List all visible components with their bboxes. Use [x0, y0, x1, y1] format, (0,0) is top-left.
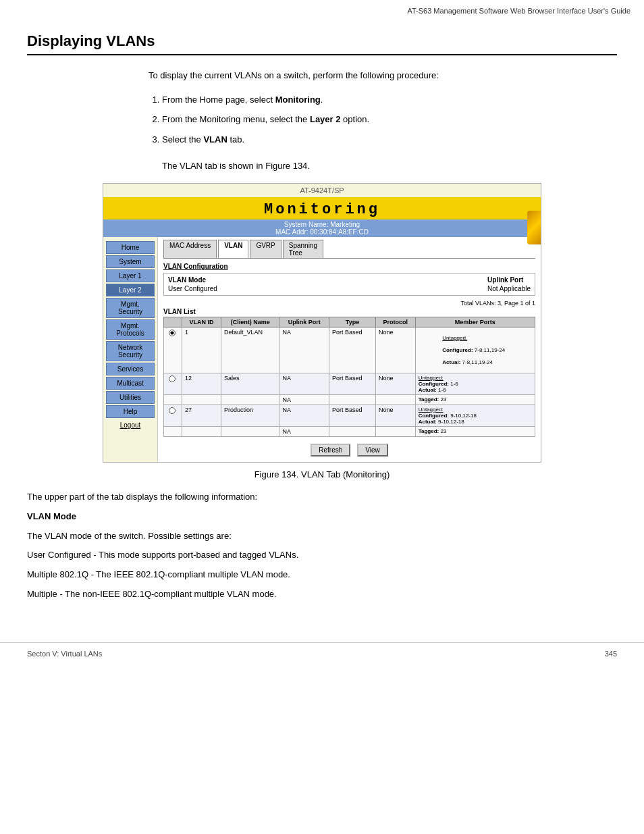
row-radio-empty: [164, 395, 182, 405]
monitoring-banner: Monitoring: [103, 197, 541, 219]
step-1: From the Home page, select Monitoring.: [162, 93, 617, 107]
row-uplink-port: NA: [279, 405, 329, 427]
mode-option-2: Multiple 802.1Q - The IEEE 802.1Q-compli…: [27, 568, 617, 582]
row-member-ports: Untagged: Configured: 9-10,12-18 Actual:…: [415, 405, 535, 427]
row-client-name: Default_VLAN: [221, 328, 279, 373]
left-nav: Home System Layer 1 Layer 2 Mgmt. Securi…: [103, 237, 157, 462]
th-type: Type: [329, 317, 375, 328]
vlan-mode-col: VLAN Mode User Configured: [168, 276, 217, 292]
figure-caption: Figure 134. VLAN Tab (Monitoring): [27, 469, 617, 479]
mac-addr: MAC Addr: 00:30:84:A8:EF:CD: [106, 228, 538, 236]
step-2: From the Monitoring menu, select the Lay…: [162, 113, 617, 126]
nav-logout[interactable]: Logout: [106, 419, 155, 431]
intro-paragraph: To display the current VLANs on a switch…: [149, 70, 439, 80]
vlan-list-title: VLAN List: [163, 308, 535, 315]
row-vlan-id: 12: [182, 373, 221, 395]
row-member-ports: Untagged. Configured: 7-8,11,19-24 Actua…: [415, 328, 535, 373]
tab-spanning-tree[interactable]: SpanningTree: [283, 240, 323, 258]
row-member-ports-tagged: Tagged: 23: [415, 427, 535, 437]
radio-selected[interactable]: [169, 330, 176, 336]
row-protocol: None: [376, 405, 416, 427]
row-protocol-empty: [376, 427, 416, 437]
main-content: Displaying VLANs To display the current …: [0, 19, 644, 629]
row-uplink-port-3b: NA: [279, 427, 329, 437]
vlan-config-title: VLAN Configuration: [163, 263, 535, 270]
view-button[interactable]: View: [357, 444, 388, 457]
nav-help[interactable]: Help: [106, 405, 155, 418]
th-select: [164, 317, 182, 328]
th-member-ports: Member Ports: [415, 317, 535, 328]
refresh-button[interactable]: Refresh: [311, 444, 350, 457]
row-type: Port Based: [329, 405, 375, 427]
vlan-mode-heading: VLAN Mode: [27, 510, 617, 524]
nav-layer1[interactable]: Layer 1: [106, 269, 155, 282]
row-protocol-empty: [376, 395, 416, 405]
intro-text: To display the current VLANs on a switch…: [149, 69, 617, 82]
mode-option-3: Multiple - The non-IEEE 802.1Q-compliant…: [27, 588, 617, 602]
table-row: 1 Default_VLAN NA Port Based None Untagg…: [164, 328, 535, 373]
footer-right: 345: [605, 650, 617, 658]
vlan-config-row: VLAN Mode User Configured Uplink Port No…: [163, 273, 535, 296]
tab-gvrp[interactable]: GVRP: [250, 240, 281, 258]
right-content: MAC Address VLAN GVRP SpanningTree VLAN …: [157, 237, 541, 462]
upper-part-intro: The upper part of the tab displays the f…: [27, 490, 617, 504]
row-client-name: Sales: [221, 373, 279, 395]
nav-utilities[interactable]: Utilities: [106, 391, 155, 404]
row-protocol: None: [376, 328, 416, 373]
nav-mgmt-security[interactable]: Mgmt. Security: [106, 298, 155, 318]
vlan-mode-label: VLAN Mode: [168, 276, 217, 284]
nav-services[interactable]: Services: [106, 363, 155, 375]
nav-mgmt-protocols[interactable]: Mgmt. Protocols: [106, 319, 155, 340]
screenshot-body: Home System Layer 1 Layer 2 Mgmt. Securi…: [103, 237, 541, 462]
row-member-ports-tagged: Tagged: 23: [415, 395, 535, 405]
uplink-port-label: Uplink Port: [487, 276, 531, 284]
row-client-name-empty: [221, 395, 279, 405]
radio-unselected[interactable]: [169, 375, 176, 382]
tab-vlan[interactable]: VLAN: [218, 240, 248, 258]
device-header: AT-9424T/SP: [103, 184, 541, 197]
row-client-name-empty: [221, 427, 279, 437]
table-row: NA Tagged: 23: [164, 395, 535, 405]
tab-mac-address[interactable]: MAC Address: [163, 240, 217, 258]
vlan-mode-value: User Configured: [168, 285, 217, 292]
vlan-mode-heading-text: VLAN Mode: [27, 511, 76, 521]
mode-option-1: User Configured - This mode supports por…: [27, 548, 617, 563]
table-row: 27 Production NA Port Based None Untagge…: [164, 405, 535, 427]
row-uplink-port-2b: NA: [279, 395, 329, 405]
system-info-bar: System Name: Marketing MAC Addr: 00:30:8…: [103, 219, 541, 237]
vlan-tab-intro: The VLAN tab is shown in Figure 134.: [162, 161, 310, 171]
radio-unselected[interactable]: [169, 407, 176, 414]
th-client-name: (Client) Name: [221, 317, 279, 328]
screenshot-container: AT-9424T/SP Monitoring System Name: Mark…: [103, 183, 541, 463]
row-protocol: None: [376, 373, 416, 395]
buttons-row: Refresh View: [163, 441, 535, 459]
row-member-ports: Untagged: Configured: 1-6 Actual: 1-6: [415, 373, 535, 395]
row-type: Port Based: [329, 373, 375, 395]
corner-decoration: [527, 211, 541, 244]
nav-network-security[interactable]: Network Security: [106, 341, 155, 361]
table-row: NA Tagged: 23: [164, 427, 535, 437]
nav-multicast[interactable]: Multicast: [106, 377, 155, 390]
row-vlan-id: 1: [182, 328, 221, 373]
page-title: Displaying VLANs: [27, 32, 617, 55]
nav-layer2[interactable]: Layer 2: [106, 284, 155, 296]
row-radio[interactable]: [164, 328, 182, 373]
row-client-name: Production: [221, 405, 279, 427]
doc-header-text: AT-S63 Management Software Web Browser I…: [407, 7, 630, 15]
steps-list: From the Home page, select Monitoring. F…: [162, 93, 617, 173]
body-section: The upper part of the tab displays the f…: [27, 490, 617, 602]
nav-system[interactable]: System: [106, 255, 155, 268]
doc-footer: Secton V: Virtual LANs 345: [0, 642, 644, 664]
row-radio-empty: [164, 427, 182, 437]
th-vlan-id: VLAN ID: [182, 317, 221, 328]
step-3: Select the VLAN tab. The VLAN tab is sho…: [162, 133, 617, 173]
th-protocol: Protocol: [376, 317, 416, 328]
row-vlan-id-empty: [182, 427, 221, 437]
nav-home[interactable]: Home: [106, 241, 155, 254]
row-type-empty: [329, 427, 375, 437]
table-header-row: VLAN ID (Client) Name Uplink Port Type P…: [164, 317, 535, 328]
row-radio[interactable]: [164, 373, 182, 395]
device-name: AT-9424T/SP: [300, 186, 344, 194]
monitoring-title: Monitoring: [103, 201, 541, 218]
row-radio[interactable]: [164, 405, 182, 427]
